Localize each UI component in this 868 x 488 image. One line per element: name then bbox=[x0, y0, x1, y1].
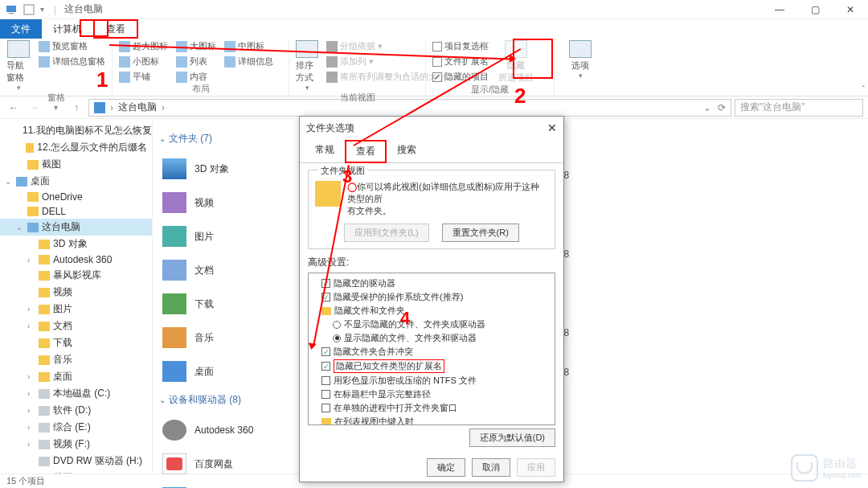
tree-node[interactable]: ›Autodesk 360 bbox=[0, 252, 152, 267]
tree-node[interactable]: ›视频 (F:) bbox=[0, 436, 152, 453]
content-item[interactable]: 百度网盘 bbox=[159, 447, 283, 481]
svg-rect-2 bbox=[24, 5, 34, 14]
content-item[interactable]: 音乐 bbox=[159, 321, 283, 355]
annotation-2: 2 bbox=[514, 84, 526, 109]
adv-setting-item[interactable]: ✓隐藏文件夹合并冲突 bbox=[310, 345, 553, 359]
dialog-tab-search[interactable]: 搜索 bbox=[387, 139, 427, 162]
ribbon: 导航窗格 ▾ 预览窗格 详细信息窗格 窗格 超大图标 小图标 平铺 大图标 列表… bbox=[0, 39, 868, 96]
title-bar: ▾ | 这台电脑 — ▢ ✕ bbox=[0, 0, 868, 19]
svg-rect-0 bbox=[6, 6, 16, 12]
pc-icon bbox=[5, 3, 18, 16]
adv-setting-item[interactable]: ✓隐藏受保护的操作系统文件(推荐) bbox=[310, 290, 553, 304]
options-button[interactable]: 选项 ▾ bbox=[561, 40, 600, 80]
tree-node[interactable]: ›文档 bbox=[0, 318, 152, 334]
svg-rect-1 bbox=[9, 13, 14, 14]
annotation-4: 4 bbox=[400, 308, 410, 329]
tab-file[interactable]: 文件 bbox=[0, 19, 42, 39]
dialog-close-button[interactable]: ✕ bbox=[547, 121, 557, 134]
props-icon[interactable] bbox=[23, 3, 35, 16]
tab-computer[interactable]: 计算机 bbox=[42, 19, 93, 39]
watermark: 路由器 luyouqi.com bbox=[791, 454, 862, 482]
details-pane-button[interactable]: 详细信息窗格 bbox=[39, 55, 105, 68]
ok-button[interactable]: 确定 bbox=[427, 458, 465, 477]
content-item[interactable]: Autodesk 360 bbox=[159, 413, 283, 447]
item-count: 15 个项目 bbox=[6, 475, 45, 487]
content-item[interactable]: 图片 bbox=[159, 219, 283, 253]
content-item[interactable]: 视频 bbox=[159, 186, 283, 219]
window-title: 这台电脑 bbox=[64, 2, 103, 16]
restore-defaults-button[interactable]: 还原为默认值(D) bbox=[469, 429, 555, 447]
adv-setting-item[interactable]: ✓隐藏空的驱动器 bbox=[310, 277, 553, 290]
item-checkboxes-toggle[interactable]: 项目复选框 bbox=[432, 40, 489, 52]
reset-folders-button[interactable]: 重置文件夹(R) bbox=[442, 223, 519, 242]
tree-node[interactable]: DELL bbox=[0, 204, 152, 219]
view-tiles[interactable]: 平铺 bbox=[119, 71, 168, 83]
preview-pane-button[interactable]: 预览窗格 bbox=[39, 40, 105, 52]
tree-node[interactable]: 截图 bbox=[0, 156, 152, 173]
tree-node[interactable]: 11.我的电脑图标不见怎么恢复 bbox=[0, 122, 152, 139]
hide-selected-button[interactable]: 隐藏 所选项目 bbox=[497, 40, 535, 84]
adv-setting-item[interactable]: 在标题栏中显示完整路径 bbox=[310, 388, 553, 401]
tree-node[interactable]: 视频 bbox=[0, 284, 152, 301]
content-item[interactable]: 桌面 bbox=[159, 355, 283, 388]
dialog-title: 文件夹选项 bbox=[306, 121, 354, 135]
breadcrumb-root[interactable]: 这台电脑 bbox=[118, 100, 157, 114]
search-input[interactable]: 搜索"这台电脑" bbox=[735, 99, 863, 117]
tree-node[interactable]: ›软件 (D:) bbox=[0, 402, 152, 419]
apply-button[interactable]: 应用 bbox=[517, 458, 555, 477]
view-sm-icons[interactable]: 小图标 bbox=[119, 55, 168, 68]
adv-setting-item[interactable]: 用彩色显示加密或压缩的 NTFS 文件 bbox=[310, 374, 553, 388]
tab-view[interactable]: 查看 bbox=[93, 19, 138, 39]
adv-setting-item[interactable]: ✓隐藏已知文件类型的扩展名 bbox=[310, 359, 553, 374]
content-item[interactable]: 下载 bbox=[159, 287, 283, 321]
group-folders-header[interactable]: ⌄文件夹 (7) bbox=[159, 132, 283, 146]
advanced-settings-list[interactable]: ✓隐藏空的驱动器✓隐藏受保护的操作系统文件(推荐)隐藏文件和文件夹不显示隐藏的文… bbox=[308, 273, 555, 425]
minimize-button[interactable]: — bbox=[762, 0, 797, 19]
tree-node[interactable]: 暴风影视库 bbox=[0, 267, 152, 284]
adv-setting-item[interactable]: 在单独的进程中打开文件夹窗口 bbox=[310, 401, 553, 415]
adv-setting-item[interactable]: 不显示隐藏的文件、文件夹或驱动器 bbox=[310, 318, 553, 331]
dialog-tab-view[interactable]: 查看 bbox=[345, 140, 387, 163]
tree-node[interactable]: OneDrive bbox=[0, 190, 152, 204]
dialog-tab-general[interactable]: 常规 bbox=[305, 139, 345, 162]
apply-to-folders-button[interactable]: 应用到文件夹(L) bbox=[344, 223, 428, 242]
qat-chevron[interactable]: ▾ bbox=[40, 5, 44, 14]
sort-by-button[interactable]: 排序方式 ▾ bbox=[296, 40, 318, 92]
nav-pane-button[interactable]: 导航窗格 ▾ bbox=[6, 40, 31, 92]
group-devices-header[interactable]: ⌄设备和驱动器 (8) bbox=[159, 393, 283, 407]
tree-node[interactable]: ›本地磁盘 (C:) bbox=[0, 385, 152, 402]
tree-node[interactable]: ›桌面 bbox=[0, 368, 152, 385]
tree-node[interactable]: 截图 bbox=[0, 470, 152, 474]
content-item[interactable]: 文档 bbox=[159, 253, 283, 287]
dropdown-icon[interactable]: ⌄ bbox=[703, 102, 711, 113]
tree-node[interactable]: 3D 对象 bbox=[0, 236, 152, 252]
annotation-1: 1 bbox=[96, 68, 108, 92]
tree-node[interactable]: 音乐 bbox=[0, 351, 152, 368]
close-button[interactable]: ✕ bbox=[833, 0, 868, 19]
tree-node[interactable]: 下载 bbox=[0, 334, 152, 351]
tree-node[interactable]: DVD RW 驱动器 (H:) bbox=[0, 453, 152, 470]
cancel-button[interactable]: 取消 bbox=[472, 458, 510, 477]
tree-node[interactable]: 12.怎么显示文件的后缀名 bbox=[0, 139, 152, 156]
adv-setting-item[interactable]: 隐藏文件和文件夹 bbox=[310, 304, 553, 318]
tree-node[interactable]: ⌄这台电脑 bbox=[0, 219, 152, 236]
folder-icon bbox=[315, 181, 341, 207]
content-item[interactable]: 3D 对象 bbox=[159, 152, 283, 186]
collapse-ribbon-button[interactable]: ˆ bbox=[862, 84, 865, 94]
tree-node[interactable]: ⌄桌面 bbox=[0, 173, 152, 190]
watermark-icon bbox=[791, 454, 818, 482]
view-list[interactable]: 列表 bbox=[176, 55, 216, 68]
view-content[interactable]: 内容 bbox=[176, 71, 216, 83]
adv-setting-item[interactable]: 在列表视图中键入时 bbox=[310, 415, 553, 425]
maximize-button[interactable]: ▢ bbox=[797, 0, 833, 19]
folder-options-dialog: 文件夹选项 ✕ 常规 查看 搜索 文件夹视图 ◯你可以将此视图(如详细信息或图标… bbox=[299, 116, 564, 482]
tree-node[interactable]: ›图片 bbox=[0, 301, 152, 318]
refresh-icon[interactable]: ⟳ bbox=[718, 102, 726, 113]
ribbon-tabs: 文件 计算机 查看 bbox=[0, 19, 868, 39]
adv-setting-item[interactable]: 显示隐藏的文件、文件夹和驱动器 bbox=[310, 331, 553, 345]
tree-node[interactable]: ›综合 (E:) bbox=[0, 419, 152, 436]
content-item[interactable]: 暴风影视库 bbox=[159, 481, 283, 488]
view-details[interactable]: 详细信息 bbox=[224, 55, 273, 68]
nav-tree[interactable]: 11.我的电脑图标不见怎么恢复12.怎么显示文件的后缀名截图⌄桌面OneDriv… bbox=[0, 119, 153, 474]
advanced-settings-label: 高级设置: bbox=[308, 256, 555, 269]
